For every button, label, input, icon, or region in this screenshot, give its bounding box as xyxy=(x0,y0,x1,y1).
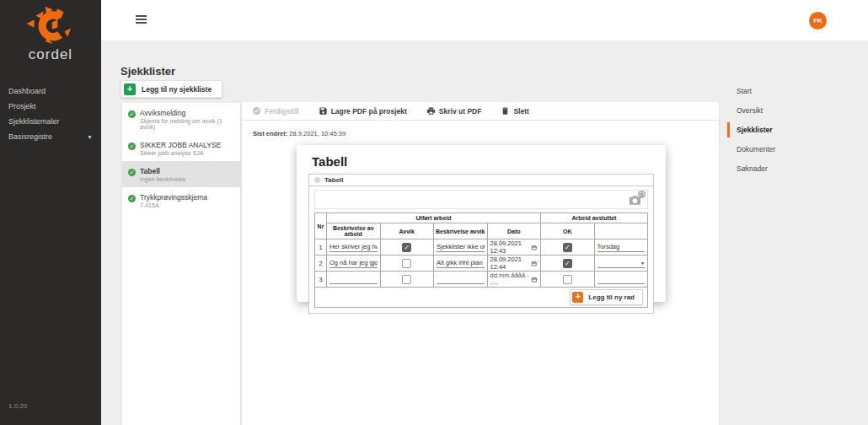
deviation-description-input[interactable]: Alt gikk ihht plan xyxy=(437,259,485,268)
check-circle-icon: ✓ xyxy=(128,195,136,202)
sidebar-menu: Dashboard Prosjekt Sjekklistemaler Basis… xyxy=(0,83,101,144)
deviation-description-input[interactable]: Sjekklister ikke utfylt xyxy=(437,243,485,252)
table-footer-row: + Legg til ny rad xyxy=(315,288,648,308)
save-pdf-label: Lagre PDF på prosjekt xyxy=(331,107,407,116)
date-input[interactable]: dd.mm.åååå --:-- xyxy=(490,272,538,287)
checklist-title: Avviksmelding xyxy=(140,109,235,117)
sidebar-item-label: Sjekklistemaler xyxy=(8,117,60,126)
table-column-header-row: Beskrivelse av arbeid Avvik Beskrivelse … xyxy=(315,223,648,239)
delete-button[interactable]: Slett xyxy=(501,106,528,116)
checklist-item-sikker-jobb-analyse[interactable]: ✓ SIKKER JOBB ANALYSE Sikker jobb analys… xyxy=(122,135,240,161)
check-circle-icon: ✓ xyxy=(128,143,136,150)
finished-input[interactable] xyxy=(597,275,646,284)
ok-checkbox[interactable]: ✓ xyxy=(563,259,572,268)
print-pdf-label: Skriv ut PDF xyxy=(439,107,482,116)
chevron-down-icon: ▼ xyxy=(87,134,93,140)
checklist-item-tabell[interactable]: ✓ Tabell Ingen beskrivelse xyxy=(122,161,240,187)
checklist-title: Trykkprøvingsskjema xyxy=(140,193,207,202)
hamburger-menu-icon[interactable] xyxy=(136,15,147,25)
finished-input[interactable]: Torsdag xyxy=(597,243,646,252)
add-row-label: Legg til ny rad xyxy=(588,293,635,301)
camera-button[interactable]: 0 xyxy=(629,194,641,209)
tabell-section: Tabell 0 Nr Utført arbeid Arbeid avslutt… xyxy=(308,174,654,314)
group-header-arbeid-avsluttet: Arbeid avsluttet xyxy=(541,213,648,223)
table-row-1: 1 Her skriver jeg hva jeg har ✓ Sjekklis… xyxy=(315,239,648,256)
avvik-checkbox[interactable]: ✓ xyxy=(402,275,411,284)
right-nav-item-dokumenter[interactable]: Dokumenter xyxy=(727,142,837,157)
add-row-button[interactable]: + Legg til ny rad xyxy=(570,289,643,305)
add-checklist-button[interactable]: + Legg til ny sjekkliste xyxy=(121,80,222,98)
checklist-title: SIKKER JOBB ANALYSE xyxy=(140,141,221,149)
ok-checkbox[interactable]: ✓ xyxy=(563,243,572,252)
avvik-checkbox[interactable]: ✓ xyxy=(402,259,411,268)
deviation-description-input[interactable] xyxy=(437,275,485,284)
plus-icon: + xyxy=(124,83,136,95)
calendar-icon[interactable] xyxy=(531,244,538,251)
card-title: Tabell xyxy=(312,154,666,169)
work-description-input[interactable] xyxy=(330,275,378,284)
avvik-checkbox[interactable]: ✓ xyxy=(402,243,411,252)
trash-icon xyxy=(501,106,510,116)
col-header-avvik: Avvik xyxy=(380,223,434,239)
app-version: 1.0.20 xyxy=(8,402,27,410)
delete-label: Slett xyxy=(513,107,528,116)
dropdown-caret-icon: ▼ xyxy=(640,259,645,267)
add-checklist-label: Legg til ny sjekkliste xyxy=(142,85,212,94)
sidebar-item-sjekklistemaler[interactable]: Sjekklistemaler xyxy=(0,114,101,129)
top-header: FK xyxy=(101,0,868,40)
right-nav-item-oversikt[interactable]: Oversikt xyxy=(727,103,837,118)
col-header-dato: Dato xyxy=(487,223,541,239)
calendar-icon[interactable] xyxy=(531,260,538,267)
last-modified: Sist endret: 28.9.2021, 10:45:39 xyxy=(253,130,346,137)
right-nav-item-soknader[interactable]: Søknader xyxy=(727,161,837,176)
date-input[interactable]: 28.09.2021 12:44 xyxy=(490,256,538,271)
table-row-2: 2 Og nå har jeg gjort dette ✓ Alt gikk i… xyxy=(315,256,648,272)
right-nav-item-sjekklister[interactable]: Sjekklister xyxy=(727,122,837,137)
save-pdf-button[interactable]: Lagre PDF på prosjekt xyxy=(319,106,407,116)
section-label: Tabell xyxy=(324,176,344,184)
sidebar-item-prosjekt[interactable]: Prosjekt xyxy=(0,99,101,114)
col-header-nr: Nr xyxy=(315,213,327,239)
row-number: 3 xyxy=(315,272,327,288)
work-description-input[interactable]: Og nå har jeg gjort dette xyxy=(330,259,378,268)
right-nav: Start Oversikt Sjekklister Dokumenter Sø… xyxy=(727,83,837,180)
last-modified-label: Sist endret: xyxy=(253,130,287,137)
checklist-title: Tabell xyxy=(140,167,185,175)
photo-count-badge: 0 xyxy=(638,191,646,198)
right-nav-item-start[interactable]: Start xyxy=(727,83,837,99)
sidebar-item-dashboard[interactable]: Dashboard xyxy=(0,83,101,99)
ok-checkbox[interactable]: ✓ xyxy=(563,275,572,284)
calendar-icon[interactable] xyxy=(531,276,538,283)
tabell-card: Tabell Tabell 0 Nr Utført arbeid Ar xyxy=(297,145,666,302)
save-icon xyxy=(319,106,328,116)
sidebar-item-label: Prosjekt xyxy=(8,102,36,110)
checklist-subtitle: Skjema for melding om avvik (1 avvik) xyxy=(140,118,235,130)
finished-select[interactable]: ▼ xyxy=(597,259,646,268)
cordel-logo: cordel xyxy=(0,0,101,63)
photo-strip: 0 xyxy=(314,190,648,209)
checklist-subtitle: Ingen beskrivelse xyxy=(140,176,185,182)
row-number: 1 xyxy=(315,239,327,256)
work-description-input[interactable]: Her skriver jeg hva jeg har xyxy=(330,243,378,252)
table-group-header-row: Nr Utført arbeid Arbeid avsluttet xyxy=(315,213,648,223)
complete-button[interactable]: Ferdigstill xyxy=(252,106,299,116)
section-dot-icon xyxy=(314,177,320,183)
date-input[interactable]: 28.09.2021 12:43 xyxy=(490,239,538,255)
check-circle-icon: ✓ xyxy=(128,169,136,176)
complete-label: Ferdigstill xyxy=(265,107,299,116)
tabell-section-header: Tabell xyxy=(309,175,653,186)
checklist-item-avviksmelding[interactable]: ✓ Avviksmelding Skjema for melding om av… xyxy=(122,103,240,135)
user-avatar[interactable]: FK xyxy=(809,12,827,30)
tabell-section-body: 0 Nr Utført arbeid Arbeid avsluttet Besk… xyxy=(309,186,653,313)
sidebar-item-basisregistre[interactable]: Basisregistre ▼ xyxy=(0,129,101,144)
col-header-beskrivelse-avvik: Beskrivelse avvik xyxy=(434,223,488,239)
page-title: Sjekklister xyxy=(121,65,175,78)
tabell-table: Nr Utført arbeid Arbeid avsluttet Beskri… xyxy=(314,212,648,308)
sidebar-item-label: Dashboard xyxy=(8,87,46,95)
print-pdf-button[interactable]: Skriv ut PDF xyxy=(426,106,482,116)
col-header-blank xyxy=(594,223,648,239)
left-sidebar: cordel Dashboard Prosjekt Sjekklistemale… xyxy=(0,0,101,425)
app-root: cordel Dashboard Prosjekt Sjekklistemale… xyxy=(0,0,868,425)
check-circle-icon: ✓ xyxy=(128,110,136,118)
checklist-item-trykkprovingsskjema[interactable]: ✓ Trykkprøvingsskjema 7-415A xyxy=(122,187,240,213)
